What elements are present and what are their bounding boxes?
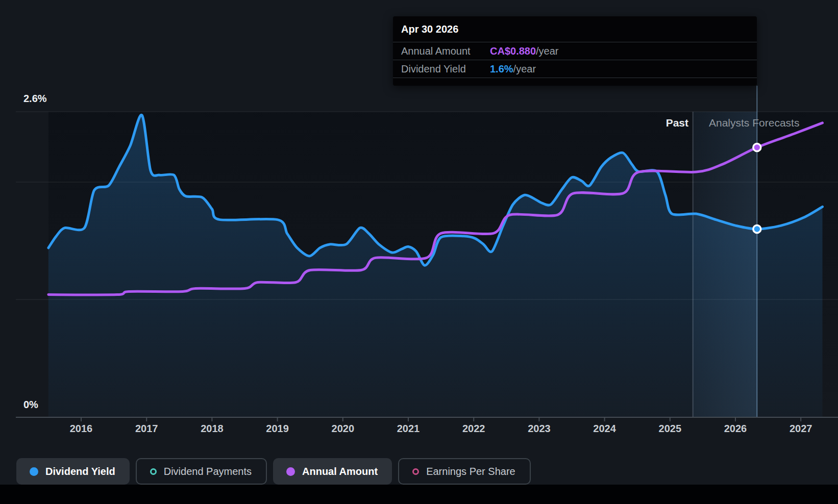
x-axis-ticks: [81, 417, 801, 421]
legend-label: Annual Amount: [302, 466, 378, 477]
tooltip-value: CA$0.880: [490, 45, 536, 57]
x-axis-year-label: 2018: [191, 423, 232, 434]
legend-button-earnings-per-share[interactable]: Earnings Per Share: [398, 458, 531, 485]
tooltip-row-annual-amount: Annual Amount CA$0.880 /year: [393, 42, 757, 60]
legend-dot-icon: [150, 468, 157, 475]
tooltip-date: Apr 30 2026: [393, 16, 757, 42]
past-zone-label: Past: [666, 117, 688, 129]
legend-dot-icon: [286, 467, 295, 476]
legend-button-dividend-payments[interactable]: Dividend Payments: [136, 458, 267, 485]
chart-legend: Dividend YieldDividend PaymentsAnnual Am…: [16, 458, 531, 485]
tooltip-label: Dividend Yield: [401, 63, 490, 75]
y-axis-max-label: 2.6%: [23, 92, 47, 105]
x-axis-year-label: 2020: [323, 423, 363, 434]
legend-label: Dividend Yield: [45, 466, 115, 477]
legend-button-dividend-yield[interactable]: Dividend Yield: [16, 458, 130, 485]
tooltip-suffix: /year: [513, 63, 536, 75]
annual-amount-marker: [753, 144, 761, 152]
x-axis-year-label: 2019: [257, 423, 298, 434]
x-axis-year-label: 2026: [715, 423, 756, 434]
x-axis-year-label: 2023: [519, 423, 559, 434]
x-axis-year-label: 2024: [584, 423, 625, 434]
x-axis-year-label: 2025: [650, 423, 691, 434]
tooltip-footer: [393, 78, 757, 86]
tooltip-row-dividend-yield: Dividend Yield 1.6% /year: [393, 60, 757, 78]
legend-dot-icon: [412, 468, 419, 475]
bottom-bar: [0, 485, 838, 504]
legend-label: Dividend Payments: [164, 466, 252, 477]
x-axis-year-label: 2021: [388, 423, 429, 434]
tooltip-suffix: /year: [536, 45, 558, 57]
legend-label: Earnings Per Share: [426, 466, 515, 477]
legend-dot-icon: [30, 467, 38, 476]
x-axis-year-label: 2017: [126, 423, 167, 434]
legend-button-annual-amount[interactable]: Annual Amount: [273, 458, 392, 485]
chart-tooltip: Apr 30 2026 Annual Amount CA$0.880 /year…: [393, 16, 757, 86]
forecast-zone-label: Analysts Forecasts: [709, 117, 799, 129]
tooltip-value: 1.6%: [490, 63, 513, 75]
x-axis-year-label: 2016: [61, 423, 102, 434]
dividend-yield-marker: [753, 225, 761, 233]
dividend-history-forecast-chart: 2.6% 0% 20162017201820192020202120222023…: [0, 0, 838, 504]
forecast-band: [693, 112, 757, 417]
y-axis-zero-label: 0%: [23, 398, 38, 411]
tooltip-label: Annual Amount: [401, 45, 490, 57]
x-axis-year-label: 2027: [780, 423, 821, 434]
x-axis-year-label: 2022: [453, 423, 494, 434]
